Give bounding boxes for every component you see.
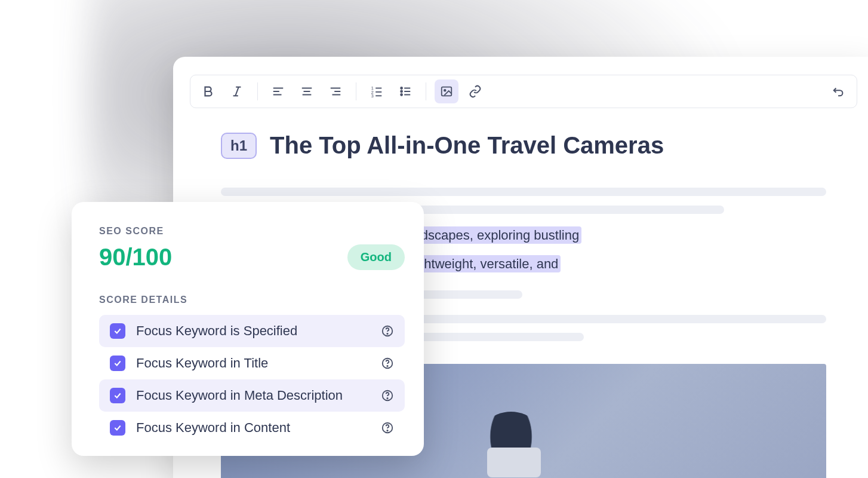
score-details-label: SCORE DETAILS bbox=[99, 295, 405, 305]
toolbar-separator bbox=[257, 82, 258, 100]
svg-point-19 bbox=[401, 91, 402, 93]
checkbox-checked[interactable] bbox=[110, 323, 125, 339]
check-icon bbox=[113, 359, 122, 367]
undo-button[interactable] bbox=[827, 79, 851, 103]
check-icon bbox=[113, 424, 122, 432]
toolbar: 123 bbox=[190, 75, 857, 108]
checkbox-checked[interactable] bbox=[110, 388, 125, 403]
italic-button[interactable] bbox=[225, 79, 249, 103]
text-placeholder-line bbox=[221, 188, 826, 196]
score-detail-label: Focus Keyword in Content bbox=[136, 420, 370, 436]
check-icon bbox=[113, 327, 122, 335]
svg-line-2 bbox=[235, 87, 239, 96]
svg-point-18 bbox=[401, 87, 402, 89]
align-center-button[interactable] bbox=[295, 79, 319, 103]
align-center-icon bbox=[300, 85, 313, 98]
toolbar-separator bbox=[356, 82, 356, 100]
help-icon[interactable] bbox=[381, 357, 394, 370]
score-detail-label: Focus Keyword in Title bbox=[136, 356, 370, 371]
help-icon[interactable] bbox=[381, 421, 394, 434]
score-detail-item[interactable]: Focus Keyword is Specified bbox=[99, 315, 405, 347]
bullet-list-icon bbox=[399, 85, 412, 98]
svg-point-31 bbox=[387, 398, 387, 399]
score-detail-item[interactable]: Focus Keyword in Meta Description bbox=[99, 379, 405, 412]
score-detail-item[interactable]: Focus Keyword in Title bbox=[99, 347, 405, 379]
document-title[interactable]: The Top All-in-One Travel Cameras bbox=[270, 132, 664, 159]
bold-button[interactable] bbox=[196, 79, 220, 103]
ordered-list-button[interactable]: 123 bbox=[365, 79, 389, 103]
align-left-button[interactable] bbox=[266, 79, 290, 103]
seo-score-value: 90/100 bbox=[99, 244, 172, 271]
svg-point-29 bbox=[387, 366, 387, 366]
seo-score-label: SEO SCORE bbox=[99, 226, 405, 237]
svg-point-20 bbox=[401, 94, 402, 96]
bullet-list-button[interactable] bbox=[393, 79, 417, 103]
svg-point-27 bbox=[387, 333, 387, 334]
seo-score-badge: Good bbox=[347, 244, 405, 270]
align-right-button[interactable] bbox=[324, 79, 347, 103]
score-detail-label: Focus Keyword in Meta Description bbox=[136, 388, 370, 403]
svg-text:3: 3 bbox=[371, 93, 374, 98]
score-detail-label: Focus Keyword is Specified bbox=[136, 323, 370, 339]
svg-point-33 bbox=[387, 430, 387, 431]
checkbox-checked[interactable] bbox=[110, 356, 125, 371]
help-icon[interactable] bbox=[381, 389, 394, 402]
align-right-icon bbox=[329, 85, 342, 98]
toolbar-separator bbox=[426, 82, 426, 100]
help-icon[interactable] bbox=[381, 324, 394, 338]
score-detail-item[interactable]: Focus Keyword in Content bbox=[99, 412, 405, 444]
insert-link-button[interactable] bbox=[463, 79, 487, 103]
svg-point-25 bbox=[444, 90, 446, 91]
italic-icon bbox=[230, 85, 244, 98]
image-icon bbox=[440, 85, 453, 98]
bold-icon bbox=[202, 85, 215, 98]
ordered-list-icon: 123 bbox=[370, 85, 383, 98]
heading-level-badge: h1 bbox=[221, 133, 257, 159]
seo-score-panel: SEO SCORE 90/100 Good SCORE DETAILS Focu… bbox=[72, 202, 424, 456]
checkbox-checked[interactable] bbox=[110, 420, 125, 436]
link-icon bbox=[469, 85, 482, 98]
check-icon bbox=[113, 391, 122, 400]
insert-image-button[interactable] bbox=[435, 79, 458, 103]
undo-icon bbox=[832, 85, 845, 98]
align-left-icon bbox=[272, 85, 285, 98]
